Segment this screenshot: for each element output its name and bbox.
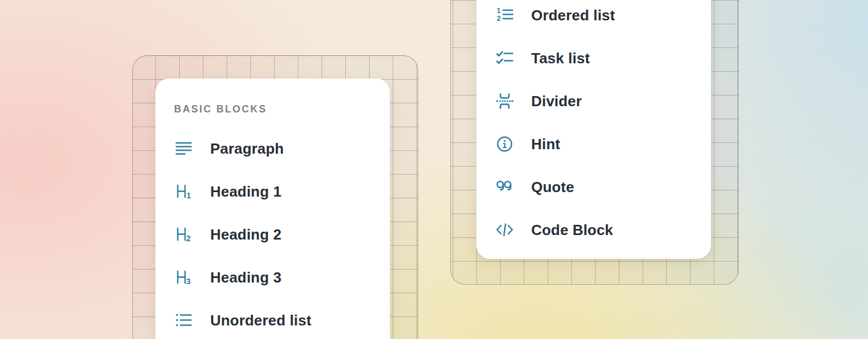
menu-item-label: Unordered list bbox=[210, 312, 311, 329]
heading-1-icon: 1 bbox=[174, 182, 193, 201]
heading-3-icon: 3 bbox=[174, 268, 193, 287]
svg-text:2: 2 bbox=[186, 234, 191, 243]
svg-text:3: 3 bbox=[186, 277, 191, 286]
ordered-list-icon: 12 bbox=[495, 6, 514, 25]
menu-item-hint[interactable]: Hint bbox=[495, 123, 692, 166]
svg-text:1: 1 bbox=[186, 191, 191, 200]
menu-item-unordered-list[interactable]: Unordered list bbox=[174, 299, 371, 339]
menu-item-quote[interactable]: Quote bbox=[495, 166, 692, 208]
menu-item-label: Hint bbox=[531, 136, 560, 153]
paragraph-icon bbox=[174, 139, 193, 158]
basic-blocks-menu-card: BASIC BLOCKS Paragraph 1 Heading 1 2 Hea… bbox=[155, 79, 390, 339]
divider-icon bbox=[495, 92, 514, 111]
svg-text:2: 2 bbox=[497, 15, 501, 23]
menu-item-label: Heading 3 bbox=[210, 269, 281, 286]
section-label: BASIC BLOCKS bbox=[174, 102, 371, 116]
hint-icon bbox=[495, 134, 514, 154]
menu-item-heading-2[interactable]: 2 Heading 2 bbox=[174, 213, 371, 256]
menu-item-label: Code Block bbox=[531, 221, 613, 239]
code-block-icon bbox=[495, 220, 514, 240]
menu-item-label: Task list bbox=[531, 50, 590, 67]
menu-item-label: Heading 1 bbox=[210, 183, 281, 201]
menu-item-label: Ordered list bbox=[531, 7, 615, 24]
menu-item-task-list[interactable]: Task list bbox=[495, 37, 692, 80]
task-list-icon bbox=[495, 49, 514, 68]
menu-item-paragraph[interactable]: Paragraph bbox=[174, 127, 371, 170]
svg-text:1: 1 bbox=[497, 7, 501, 15]
quote-icon bbox=[495, 177, 514, 197]
insert-blocks-menu-card: 12 Ordered list Task list Divider Hint Q… bbox=[476, 0, 711, 259]
menu-item-ordered-list[interactable]: 12 Ordered list bbox=[495, 0, 692, 37]
heading-2-icon: 2 bbox=[174, 225, 193, 244]
menu-item-code-block[interactable]: Code Block bbox=[495, 208, 692, 251]
menu-item-label: Divider bbox=[531, 93, 582, 110]
menu-item-label: Quote bbox=[531, 179, 574, 196]
menu-item-heading-3[interactable]: 3 Heading 3 bbox=[174, 256, 371, 299]
menu-item-heading-1[interactable]: 1 Heading 1 bbox=[174, 170, 371, 213]
menu-item-label: Paragraph bbox=[210, 140, 284, 158]
basic-blocks-menu: Paragraph 1 Heading 1 2 Heading 2 3 Head… bbox=[174, 127, 371, 339]
menu-item-label: Heading 2 bbox=[210, 226, 281, 244]
unordered-list-icon bbox=[174, 311, 193, 330]
insert-blocks-menu: 12 Ordered list Task list Divider Hint Q… bbox=[495, 0, 692, 251]
menu-item-divider[interactable]: Divider bbox=[495, 80, 692, 123]
